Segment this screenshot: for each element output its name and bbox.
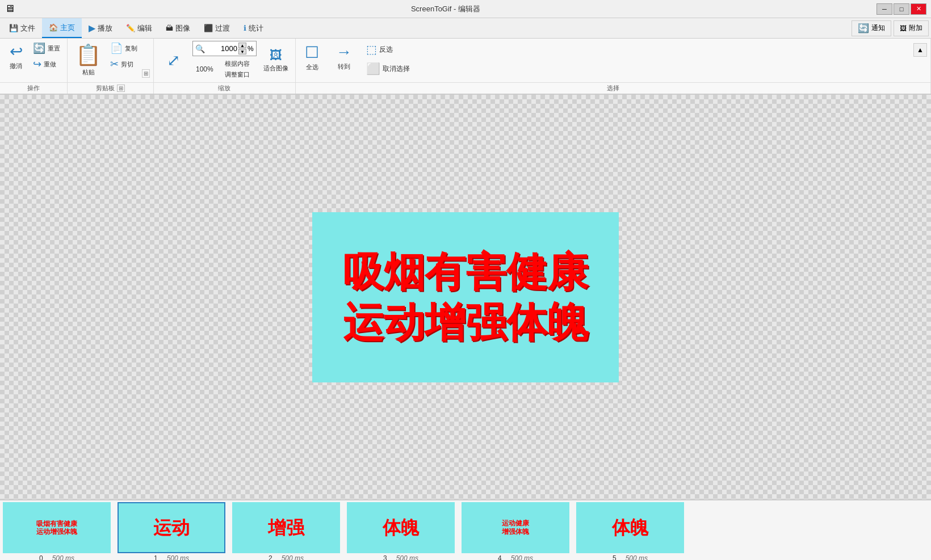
thumb-img-3: 体魄 <box>347 502 455 553</box>
thumb-info-3: 3 500 ms <box>383 554 418 560</box>
select-title: 选择 <box>296 82 930 94</box>
thumb-img-4: 运动健康 增强体魄 <box>462 502 569 553</box>
zoom-down-button[interactable]: ▼ <box>238 49 246 54</box>
menu-image[interactable]: 🏔 图像 <box>159 18 197 38</box>
thumb-img-5: 体魄 <box>576 502 684 553</box>
menu-bar: 💾 文件 🏠 主页 ▶ 播放 ✏️ 编辑 🏔 图像 ⬛ 过渡 ℹ 统计 🔄 通知… <box>0 18 931 39</box>
paste-icon: 📋 <box>76 43 101 67</box>
thumb-img-2: 增强 <box>232 502 340 553</box>
clipboard-expand-icon[interactable]: ⊞ <box>117 85 125 92</box>
thumb-img-0: 吸烟有害健康 运动增强体魄 <box>3 502 111 553</box>
thumb-index-0: 0 <box>39 554 43 560</box>
zoom-input-box[interactable]: 🔍 ▲ ▼ % <box>192 41 257 56</box>
menu-file[interactable]: 💾 文件 <box>2 18 42 38</box>
thumbnail-3[interactable]: 体魄 3 500 ms <box>344 501 458 560</box>
ribbon-collapse-button[interactable]: ▲ <box>913 43 927 57</box>
thumb-text-1: 运动 <box>153 519 190 537</box>
operations-title: 操作 <box>0 82 67 94</box>
goto-icon: → <box>336 43 352 61</box>
title-bar: 🖥 ScreenToGif - 编辑器 ─ □ ✕ <box>0 0 931 18</box>
thumbnail-0[interactable]: 吸烟有害健康 运动增强体魄 0 500 ms <box>0 501 114 560</box>
maximize-button[interactable]: □ <box>894 3 909 15</box>
zoom-percent-label: % <box>248 45 254 53</box>
thumb-info-4: 4 500 ms <box>498 554 533 560</box>
window-title: ScreenToGif - 编辑器 <box>15 4 877 14</box>
thumbnail-2[interactable]: 增强 2 500 ms <box>229 501 343 560</box>
thumb-info-0: 0 500 ms <box>39 554 74 560</box>
zoom-content: ⤢ 🔍 ▲ ▼ % <box>154 39 295 82</box>
zoom-title: 剪贴板 缩放 <box>154 82 295 94</box>
fit-window-button[interactable]: 根据内容 调整窗口 <box>221 58 253 80</box>
inverse-deselect-col: ⬚ 反选 ⬜ 取消选择 <box>363 41 413 77</box>
notify-button[interactable]: 🔄 通知 <box>852 20 891 36</box>
reset-redo-col: 🔄 重置 ↪ 重做 <box>30 41 64 71</box>
menu-stats[interactable]: ℹ 统计 <box>237 18 270 38</box>
deselect-button[interactable]: ⬜ 取消选择 <box>363 60 413 77</box>
ribbon-group-clipboard: 📋 粘贴 📄 复制 ✂ 剪切 ⊞ 剪贴 <box>68 39 154 94</box>
deselect-icon: ⬜ <box>366 62 380 75</box>
redo-button[interactable]: ↪ 重做 <box>30 57 64 71</box>
select-all-icon: ☐ <box>305 43 319 62</box>
reset-button[interactable]: 🔄 重置 <box>30 41 64 56</box>
attach-icon: 🖼 <box>900 24 907 32</box>
inverse-icon: ⬚ <box>366 43 377 56</box>
main-content: 吸烟有害健康 运动增强体魄 吸烟有害健康 运动增强体魄 0 500 ms 运动 <box>0 95 931 560</box>
expand-icon[interactable]: ⊞ <box>142 69 150 78</box>
search-icon: 🔍 <box>195 44 205 53</box>
frame-image: 吸烟有害健康 运动增强体魄 <box>312 212 619 382</box>
ribbon-group-zoom: ⤢ 🔍 ▲ ▼ % <box>154 39 296 94</box>
menu-home[interactable]: 🏠 主页 <box>42 18 82 38</box>
menu-play[interactable]: ▶ 播放 <box>82 18 119 38</box>
cut-button[interactable]: ✂ 剪切 <box>107 57 141 71</box>
zoom-input[interactable] <box>206 44 237 53</box>
fit-image-button[interactable]: 🖼 适合图像 <box>260 47 292 74</box>
ribbon-group-select: ☐ 全选 → 转到 ⬚ 反选 ⬜ 取消选择 <box>296 39 931 94</box>
thumb-index-2: 2 <box>269 554 272 560</box>
ribbon-group-operations: ↩ 撤消 🔄 重置 ↪ 重做 操作 <box>0 39 68 94</box>
zoom-up-button[interactable]: ▲ <box>238 43 246 48</box>
stats-icon: ℹ <box>244 24 246 32</box>
clipboard-title: 剪贴板 ⊞ <box>68 82 153 94</box>
thumb-text-3: 体魄 <box>383 519 419 537</box>
thumb-ms-4: 500 ms <box>511 554 533 560</box>
file-icon: 💾 <box>9 24 18 32</box>
thumbnail-1[interactable]: 运动 1 500 ms <box>115 501 228 560</box>
goto-button[interactable]: → 转到 <box>330 41 358 73</box>
thumb-ms-0: 500 ms <box>52 554 74 560</box>
thumb-info-2: 2 500 ms <box>269 554 304 560</box>
transition-icon: ⬛ <box>204 24 213 32</box>
app-icon: 🖥 <box>5 3 15 15</box>
select-all-button[interactable]: ☐ 全选 <box>299 41 325 74</box>
frame-text-line2: 运动增强体魄 <box>343 300 588 345</box>
fit-image-icon: 🖼 <box>270 48 282 63</box>
zoom-spinners: ▲ ▼ <box>238 43 246 54</box>
zoom-100-button[interactable]: 100% <box>192 58 217 80</box>
clipboard-expand[interactable]: ⊞ <box>142 68 150 80</box>
home-icon: 🏠 <box>49 23 58 32</box>
zoom-fit-icon: ⤢ <box>167 51 180 70</box>
zoom-btns-row: 100% 根据内容 调整窗口 <box>192 58 257 80</box>
thumbnail-4[interactable]: 运动健康 增强体魄 4 500 ms <box>459 501 572 560</box>
thumb-text-0: 吸烟有害健康 运动增强体魄 <box>36 520 77 536</box>
attach-button[interactable]: 🖼 附加 <box>894 20 929 36</box>
reset-icon: 🔄 <box>33 42 45 54</box>
zoom-fit-icon-btn[interactable]: ⤢ <box>157 49 189 72</box>
cut-icon: ✂ <box>110 58 119 70</box>
thumb-info-1: 1 500 ms <box>154 554 189 560</box>
copy-button[interactable]: 📄 复制 <box>107 41 141 56</box>
thumbnail-5[interactable]: 体魄 5 500 ms <box>573 501 687 560</box>
inverse-select-button[interactable]: ⬚ 反选 <box>363 41 413 58</box>
operations-content: ↩ 撤消 🔄 重置 ↪ 重做 <box>0 39 67 82</box>
paste-button[interactable]: 📋 粘贴 <box>71 41 106 79</box>
copy-icon: 📄 <box>110 42 123 54</box>
thumb-text-2: 增强 <box>268 519 304 537</box>
menu-transition[interactable]: ⬛ 过渡 <box>197 18 237 38</box>
menu-edit[interactable]: ✏️ 编辑 <box>119 18 159 38</box>
undo-button[interactable]: ↩ 撤消 <box>3 41 28 71</box>
minimize-button[interactable]: ─ <box>877 3 892 15</box>
zoom-controls: 🔍 ▲ ▼ % 100% <box>192 41 257 80</box>
close-button[interactable]: ✕ <box>911 3 926 15</box>
thumb-index-5: 5 <box>613 554 617 560</box>
ribbon: ↩ 撤消 🔄 重置 ↪ 重做 操作 <box>0 39 931 95</box>
thumb-index-3: 3 <box>383 554 387 560</box>
